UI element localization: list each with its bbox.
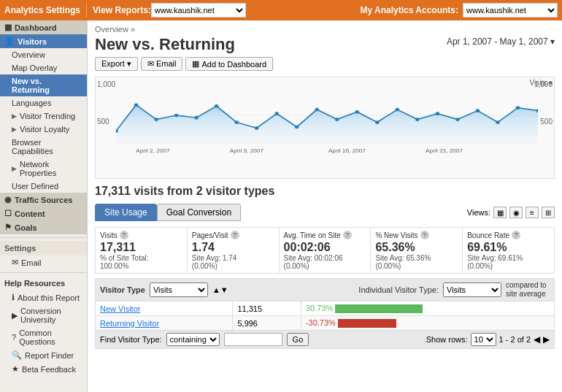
help-icon[interactable]: ? xyxy=(420,231,429,239)
visitor-type-cell[interactable]: Returning Visitor xyxy=(96,316,233,331)
metric-select[interactable]: Visits xyxy=(150,283,208,297)
chart-container: Visits ▾ 1,000 500 1,000 500 xyxy=(95,77,555,179)
sidebar-item-visitors[interactable]: 👤 Visitors xyxy=(0,34,87,48)
export-button[interactable]: Export ▾ xyxy=(95,57,138,71)
sidebar-item-report-finder[interactable]: 🔍 Report Finder xyxy=(0,348,87,362)
svg-point-11 xyxy=(274,112,279,115)
svg-text:April 23, 2007: April 23, 2007 xyxy=(426,147,463,153)
divider1 xyxy=(86,3,87,18)
stat-label: % New Visits ? xyxy=(375,231,458,239)
help-resources-header: Help Resources xyxy=(0,276,87,291)
goals-icon: ⚑ xyxy=(4,223,12,232)
tab-goal-conversion[interactable]: Goal Conversion xyxy=(157,204,241,221)
svg-text:April 9, 2007: April 9, 2007 xyxy=(230,147,263,153)
bar-cell: 30.73% xyxy=(301,301,554,316)
add-dashboard-button[interactable]: ▦ Add to Dashboard xyxy=(185,57,273,71)
prev-page-button[interactable]: ◀ xyxy=(534,334,540,345)
sidebar-item-content[interactable]: ☐ Content xyxy=(0,207,87,220)
visitors-icon: 👤 xyxy=(4,36,15,46)
help-icon[interactable]: ? xyxy=(343,231,352,239)
date-range[interactable]: Apr 1, 2007 - May 1, 2007 ▾ xyxy=(447,36,555,47)
view-reports-select[interactable]: www.kaushik.net xyxy=(151,3,246,18)
stat-sub1: Site Avg: 69.61% xyxy=(467,254,550,262)
conversion-icon: ▶ xyxy=(12,311,18,320)
show-rows-label: Show rows: xyxy=(426,335,468,344)
sidebar-item-about-report[interactable]: ℹ About this Report xyxy=(0,291,87,304)
sidebar-item-user-defined[interactable]: User Defined xyxy=(0,180,87,193)
stat-sub2: 100.00% xyxy=(100,262,182,270)
visits-value-cell: 11,315 xyxy=(233,301,301,316)
finder-icon: 🔍 xyxy=(12,350,22,360)
sidebar-item-beta-feedback[interactable]: ★ Beta Feedback xyxy=(0,362,87,376)
stat-value: 00:02:06 xyxy=(284,241,366,254)
questions-icon: ? xyxy=(12,333,16,342)
data-table: New Visitor 11,315 30.73% Returning Visi… xyxy=(95,301,555,331)
table-row: New Visitor 11,315 30.73% xyxy=(96,301,555,316)
my-accounts-label: My Analytics Accounts: xyxy=(361,5,458,15)
sidebar-item-network-properties[interactable]: Network Properties xyxy=(0,158,87,180)
sidebar-item-new-vs-returning[interactable]: New vs. Returning xyxy=(0,74,87,96)
y-label-top-left: 1,000 xyxy=(97,80,115,88)
dashboard-icon: ▦ xyxy=(4,23,12,32)
help-icon[interactable]: ? xyxy=(120,231,128,239)
svg-point-18 xyxy=(415,118,420,121)
tab-right: Views: ▦ ◉ ≡ ⊞ xyxy=(467,207,555,218)
beta-icon: ★ xyxy=(12,364,19,374)
add-dashboard-icon: ▦ xyxy=(192,59,199,69)
my-accounts-select[interactable]: www.kaushik.net xyxy=(463,3,558,18)
sidebar-item-traffic-sources[interactable]: ◉ Traffic Sources xyxy=(0,193,87,207)
show-rows-select[interactable]: 10 xyxy=(471,333,496,346)
help-icon[interactable]: ? xyxy=(512,231,520,239)
stat-cell: Bounce Rate ? 69.61% Site Avg: 69.61% (0… xyxy=(463,228,554,273)
visitor-type-cell[interactable]: New Visitor xyxy=(96,301,233,316)
view-table-icon[interactable]: ≡ xyxy=(526,207,539,218)
bar-red xyxy=(338,319,396,328)
stat-label: Visits ? xyxy=(100,231,182,239)
sidebar-item-visitor-trending[interactable]: Visitor Trending xyxy=(0,109,87,123)
bar-cell: -30.73% xyxy=(301,316,554,331)
toolbar: Export ▾ ✉ Email ▦ Add to Dashboard xyxy=(95,57,555,71)
next-page-button[interactable]: ▶ xyxy=(543,334,550,345)
stat-value: 65.36% xyxy=(375,241,458,254)
view-compare-icon[interactable]: ⊞ xyxy=(542,207,555,218)
sidebar-settings-header: Settings xyxy=(0,241,87,255)
svg-point-4 xyxy=(134,103,139,107)
individual-metric-select[interactable]: Visits xyxy=(443,283,501,297)
stats-row: Visits ? 17,311 % of Site Total: 100.00%… xyxy=(95,227,555,274)
sidebar-item-overview[interactable]: Overview xyxy=(0,48,87,61)
stat-cell: Avg. Time on Site ? 00:02:06 Site Avg: 0… xyxy=(280,228,372,273)
sidebar-item-goals[interactable]: ⚑ Goals xyxy=(0,220,87,234)
svg-text:April 16, 2007: April 16, 2007 xyxy=(328,147,366,153)
pct-value: 30.73% xyxy=(306,304,333,312)
find-input[interactable] xyxy=(224,333,282,346)
sidebar-item-dashboard[interactable]: ▦ Dashboard xyxy=(0,20,87,34)
help-icon[interactable]: ? xyxy=(231,231,239,239)
sidebar-item-map-overlay[interactable]: Map Overlay xyxy=(0,61,87,74)
view-pie-icon[interactable]: ◉ xyxy=(509,207,523,218)
find-filter-select[interactable]: containing xyxy=(166,333,220,346)
stat-value: 69.61% xyxy=(467,241,550,254)
email-button[interactable]: ✉ Email xyxy=(141,57,183,71)
analytics-settings-link[interactable]: Analytics Settings xyxy=(4,5,80,15)
pagination-info: 1 - 2 of 2 xyxy=(499,335,531,344)
stat-label: Avg. Time on Site ? xyxy=(284,231,366,239)
svg-point-9 xyxy=(234,120,239,124)
sidebar-item-common-questions[interactable]: ? Common Questions xyxy=(0,326,87,348)
svg-text:April 2, 2007: April 2, 2007 xyxy=(136,147,169,153)
svg-point-10 xyxy=(255,126,259,130)
tab-site-usage[interactable]: Site Usage xyxy=(95,204,157,221)
stat-sub1: Site Avg: 65.36% xyxy=(375,254,458,262)
bar-green xyxy=(335,304,423,313)
sort-icon[interactable]: ▲▼ xyxy=(212,285,228,294)
sidebar-item-email[interactable]: ✉ Email xyxy=(0,255,87,269)
sidebar-item-conversion-university[interactable]: ▶ Conversion University xyxy=(0,304,87,326)
view-grid-icon[interactable]: ▦ xyxy=(493,207,507,218)
sidebar-item-languages[interactable]: Languages xyxy=(0,96,87,109)
data-table-header: Visitor Type Visits ▲▼ Individual Visito… xyxy=(95,278,555,301)
svg-point-13 xyxy=(315,108,319,112)
sidebar-item-visitor-loyalty[interactable]: Visitor Loyalty xyxy=(0,123,87,136)
y-label-mid-right: 500 xyxy=(540,118,553,126)
sidebar-item-browser-capabilities[interactable]: Browser Capabilities xyxy=(0,136,87,158)
email-icon: ✉ xyxy=(12,258,18,267)
go-button[interactable]: Go xyxy=(287,333,309,346)
